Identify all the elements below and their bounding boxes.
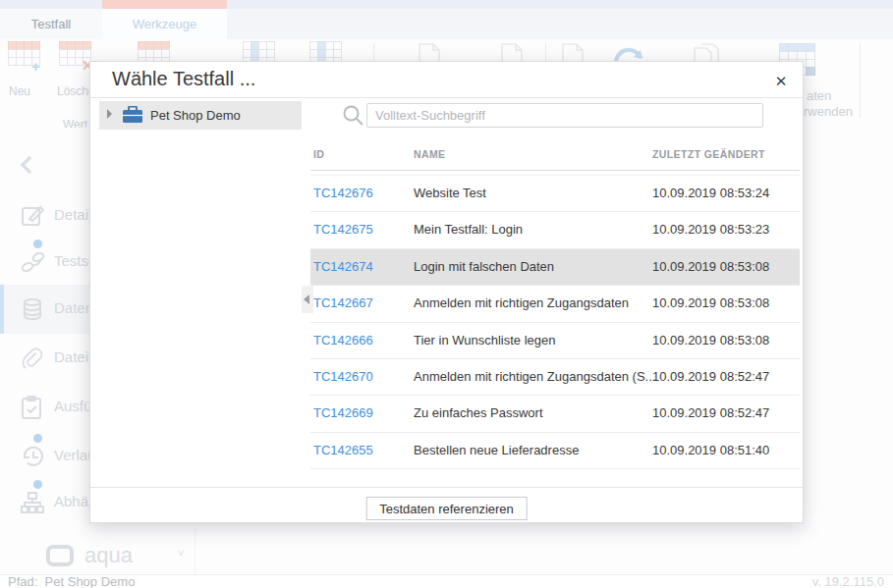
testcase-name: Anmelden mit richtigen Zugangsdaten (S..… [414, 369, 655, 384]
tree-item-label: Pet Shop Demo [150, 108, 241, 123]
collapse-sidebar-button[interactable] [20, 155, 33, 175]
testcase-modified: 10.09.2019 08:53:24 [652, 186, 769, 200]
edit-icon [21, 204, 44, 228]
testcase-name: Zu einfaches Passwort [414, 405, 543, 420]
testcase-name: Bestellen neue Lieferadresse [414, 443, 579, 457]
paperclip-icon [21, 347, 44, 370]
breadcrumb: Pfad: Pet Shop Demo [8, 574, 135, 588]
table-row[interactable]: TC142676 Website Test 10.09.2019 08:53:2… [310, 176, 800, 212]
new-value-button[interactable]: + [8, 41, 39, 65]
notification-badge [33, 434, 42, 443]
use-testdata-label-line2: rwenden [804, 104, 853, 119]
version-label: v. 19.2.115.0 [812, 574, 884, 588]
new-button-label: Neu [9, 84, 30, 98]
aqua-logo-icon [46, 545, 74, 566]
testcase-id-link[interactable]: TC142674 [313, 259, 373, 274]
table-row[interactable]: TC142670 Anmelden mit richtigen Zugangsd… [310, 359, 800, 396]
testcase-modified: 10.09.2019 08:53:23 [652, 222, 769, 237]
testcase-modified: 10.09.2019 08:52:47 [652, 369, 769, 384]
dialog-divider [90, 97, 803, 98]
testcase-id-link[interactable]: TC142675 [313, 222, 373, 237]
table-row[interactable]: TC142666 Tier in Wunschliste legen 10.09… [310, 323, 800, 359]
tab-testfall[interactable]: Testfall [0, 9, 102, 39]
database-icon [21, 297, 44, 321]
table-row[interactable]: TC142675 Mein Testfall: Login 10.09.2019… [310, 212, 800, 248]
briefcase-icon [122, 106, 143, 124]
chevron-down-icon[interactable]: ˅ [178, 547, 184, 559]
testcase-table: TC142676 Website Test 10.09.2019 08:53:2… [310, 176, 800, 469]
testcase-modified: 10.09.2019 08:53:08 [652, 259, 769, 274]
table-row[interactable]: TC142669 Zu einfaches Passwort 10.09.201… [310, 396, 800, 432]
testcase-id-link[interactable]: TC142669 [313, 405, 373, 420]
close-icon[interactable]: ✕ [770, 71, 792, 92]
testcase-name: Login mit falschen Daten [414, 259, 554, 274]
table-header: ID NAME ZULETZT GEÄNDERT [310, 140, 800, 171]
history-icon [21, 445, 44, 468]
plus-icon: + [31, 59, 40, 74]
dialog-title: Wähle Testfall ... [112, 68, 255, 90]
table-row[interactable]: TC142655 Bestellen neue Lieferadresse 10… [310, 433, 800, 469]
testcase-modified: 10.09.2019 08:53:08 [652, 333, 769, 347]
footer-divider [90, 487, 803, 488]
reference-testdata-button[interactable]: Testdaten referenzieren [365, 497, 528, 520]
testcase-id-link[interactable]: TC142655 [313, 443, 373, 457]
expand-chevron-icon[interactable] [107, 109, 112, 119]
delete-value-button[interactable]: ✕ [59, 41, 90, 65]
notification-badge [33, 480, 42, 489]
testcase-id-link[interactable]: TC142666 [313, 333, 373, 347]
testcase-name: Tier in Wunschliste legen [414, 333, 556, 347]
search-icon [342, 104, 364, 127]
testcase-name: Mein Testfall: Login [414, 222, 523, 237]
use-testdata-label-line1: aten [807, 88, 831, 103]
testcase-modified: 10.09.2019 08:51:40 [652, 443, 769, 457]
aqua-logo-text: aqua [84, 543, 133, 568]
table-row[interactable]: TC142667 Anmelden mit richtigen Zugangsd… [310, 286, 800, 322]
column-header-name[interactable]: NAME [414, 148, 446, 160]
choose-testcase-dialog: Wähle Testfall ... ✕ Pet Shop Demo ID NA… [89, 61, 804, 523]
test-steps-icon [21, 250, 44, 274]
column-header-modified[interactable]: ZULETZT GEÄNDERT [652, 148, 765, 160]
testcase-name: Website Test [414, 186, 486, 200]
testcase-id-link[interactable]: TC142670 [313, 369, 373, 384]
search-input[interactable] [366, 103, 763, 128]
ribbon-tab-bar: Testfall Werkzeuge [0, 9, 893, 39]
ribbon-divider-3 [860, 43, 861, 118]
testcase-name: Anmelden mit richtigen Zugangsdaten [414, 295, 629, 310]
status-bar: Pfad: Pet Shop Demo v. 19.2.115.0 [0, 574, 893, 588]
collapse-tree-handle[interactable] [302, 286, 313, 313]
tree-item-pet-shop-demo[interactable]: Pet Shop Demo [99, 101, 302, 130]
hierarchy-icon [21, 491, 44, 514]
tab-werkzeuge[interactable]: Werkzeuge [102, 9, 227, 39]
product-logo: aqua ˅ [0, 543, 226, 574]
table-row[interactable]: TC142674 Login mit falschen Daten 10.09.… [310, 249, 800, 286]
app-window: Testfall Werkzeuge + Neu ✕ Lösche Wert [0, 0, 893, 588]
active-tab-accent [102, 0, 227, 9]
testcase-id-link[interactable]: TC142667 [313, 295, 373, 310]
column-header-id[interactable]: ID [313, 148, 324, 160]
testcase-modified: 10.09.2019 08:53:08 [652, 295, 769, 310]
testcase-id-link[interactable]: TC142676 [313, 186, 373, 200]
notification-badge [33, 240, 42, 248]
titlebar-strip [0, 0, 893, 9]
clipboard-icon [21, 396, 44, 419]
panel-divider [195, 529, 195, 574]
testcase-modified: 10.09.2019 08:52:47 [652, 405, 769, 420]
